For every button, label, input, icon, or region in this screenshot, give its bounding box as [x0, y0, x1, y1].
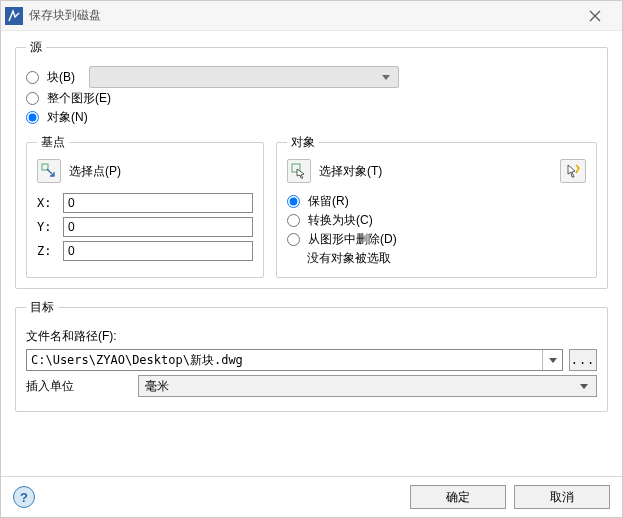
browse-button[interactable]: ... — [569, 349, 597, 371]
ok-button[interactable]: 确定 — [410, 485, 506, 509]
x-input[interactable] — [63, 193, 253, 213]
z-input[interactable] — [63, 241, 253, 261]
insert-units-value: 毫米 — [145, 378, 169, 395]
help-button[interactable]: ? — [13, 486, 35, 508]
select-objects-label: 选择对象(T) — [319, 163, 382, 180]
basepoint-group: 基点 选择点(P) X: — [26, 134, 264, 278]
objects-radio-retain[interactable] — [287, 195, 300, 208]
objects-group: 对象 选择对象(T) — [276, 134, 597, 278]
pick-point-button[interactable] — [37, 159, 61, 183]
objects-radio-convert-label: 转换为块(C) — [308, 212, 373, 229]
z-label: Z: — [37, 244, 57, 258]
quick-select-button[interactable] — [560, 159, 586, 183]
basepoint-legend: 基点 — [37, 134, 69, 151]
source-group: 源 块(B) 整个图形(E) 对象(N) 基点 — [15, 39, 608, 289]
file-path-combo[interactable] — [26, 349, 563, 371]
file-path-input[interactable] — [27, 350, 542, 370]
select-objects-button[interactable] — [287, 159, 311, 183]
insert-units-label: 插入单位 — [26, 378, 126, 395]
source-radio-block[interactable] — [26, 71, 39, 84]
dialog-window: 保存块到磁盘 源 块(B) 整个图形(E) 对象(N) — [0, 0, 623, 518]
source-radio-objects-label: 对象(N) — [47, 109, 88, 126]
source-radio-block-label: 块(B) — [47, 69, 75, 86]
title-bar: 保存块到磁盘 — [1, 1, 622, 31]
file-path-dropdown-icon[interactable] — [542, 350, 562, 370]
source-radio-objects[interactable] — [26, 111, 39, 124]
objects-radio-delete-label: 从图形中删除(D) — [308, 231, 397, 248]
pick-point-icon — [41, 163, 57, 179]
insert-units-combo[interactable]: 毫米 — [138, 375, 597, 397]
y-input[interactable] — [63, 217, 253, 237]
destination-group: 目标 文件名和路径(F): ... 插入单位 毫米 — [15, 299, 608, 412]
dialog-body: 源 块(B) 整个图形(E) 对象(N) 基点 — [1, 31, 622, 476]
source-radio-whole[interactable] — [26, 92, 39, 105]
y-label: Y: — [37, 220, 57, 234]
quick-select-icon — [565, 163, 581, 179]
close-button[interactable] — [572, 2, 618, 30]
app-icon — [5, 7, 23, 25]
file-path-label: 文件名和路径(F): — [26, 328, 597, 345]
source-radio-objects-row: 对象(N) — [26, 109, 597, 126]
source-radio-whole-row: 整个图形(E) — [26, 90, 597, 107]
source-radio-block-row: 块(B) — [26, 66, 597, 88]
block-name-combo[interactable] — [89, 66, 399, 88]
x-label: X: — [37, 196, 57, 210]
select-objects-icon — [291, 163, 307, 179]
dialog-footer: ? 确定 取消 — [1, 476, 622, 517]
no-objects-selected-text: 没有对象被选取 — [307, 250, 586, 267]
objects-radio-delete[interactable] — [287, 233, 300, 246]
pick-point-label: 选择点(P) — [69, 163, 121, 180]
source-radio-whole-label: 整个图形(E) — [47, 90, 111, 107]
objects-radio-retain-label: 保留(R) — [308, 193, 349, 210]
window-title: 保存块到磁盘 — [29, 7, 101, 24]
objects-radio-convert[interactable] — [287, 214, 300, 227]
cancel-button[interactable]: 取消 — [514, 485, 610, 509]
destination-legend: 目标 — [26, 299, 58, 316]
source-legend: 源 — [26, 39, 46, 56]
objects-legend: 对象 — [287, 134, 319, 151]
